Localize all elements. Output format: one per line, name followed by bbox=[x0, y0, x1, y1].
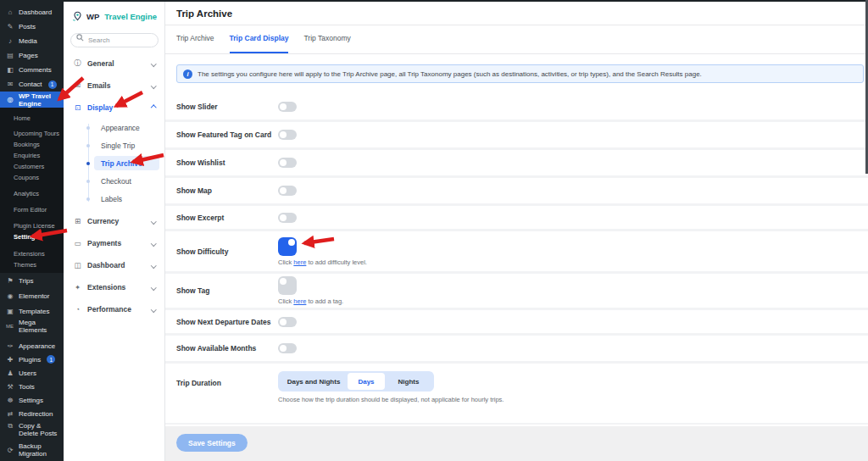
users-icon: ♟ bbox=[6, 369, 14, 377]
display-sub-trip-archive[interactable]: Trip Archive bbox=[64, 154, 164, 172]
wpte-settings-sidebar: WPTravel Engine ⓘ General ✉ Emails ⊡ Dis… bbox=[64, 2, 165, 461]
setting-label: Show Next Departure Dates bbox=[176, 310, 278, 333]
performance-icon: ◔ bbox=[73, 305, 82, 314]
admin-menu-item-backup-migration[interactable]: ⟳ Backup Migration bbox=[0, 442, 64, 458]
submenu-item-extensions[interactable]: Extensions bbox=[0, 248, 64, 259]
dashboard-widget-icon: ◫ bbox=[73, 261, 82, 269]
display-sub-checkout[interactable]: Checkout bbox=[64, 172, 164, 190]
setting-label: Show Difficulty bbox=[176, 231, 278, 271]
admin-menu-item-settings[interactable]: ☸ Settings bbox=[0, 393, 64, 407]
toggle-show-tag[interactable] bbox=[278, 276, 297, 295]
toggle-show-available-months[interactable] bbox=[278, 343, 297, 353]
general-icon: ⓘ bbox=[73, 58, 82, 69]
bullet-dot-active bbox=[86, 162, 90, 165]
admin-menu-item-mega-elements[interactable]: ME Mega Elements bbox=[0, 319, 64, 334]
admin-menu-item-wp-travel-engine[interactable]: ◎ WP Travel Engine bbox=[0, 92, 64, 108]
admin-menu-item-contact[interactable]: ✉ Contact 1 bbox=[0, 77, 64, 92]
toggle-show-featured-tag[interactable] bbox=[278, 130, 297, 140]
submenu-item-upcoming-tours[interactable]: Upcoming Tours bbox=[0, 128, 64, 139]
admin-menu-item-redirection[interactable]: ⇄ Redirection bbox=[0, 407, 64, 420]
add-difficulty-link[interactable]: here bbox=[293, 258, 306, 266]
toggle-show-excerpt[interactable] bbox=[278, 213, 297, 223]
option-nights[interactable]: Nights bbox=[385, 373, 432, 390]
setting-row-show-featured-tag: Show Featured Tag on Card bbox=[165, 122, 868, 150]
submenu-item-bookings[interactable]: Bookings bbox=[0, 139, 64, 150]
admin-menu-item-trips[interactable]: ⚑ Trips bbox=[0, 273, 64, 288]
toggle-show-map[interactable] bbox=[278, 186, 297, 196]
display-sub-labels[interactable]: Labels bbox=[64, 190, 164, 208]
search-icon bbox=[76, 34, 84, 42]
trip-duration-segmented-control: Days and Nights Days Nights bbox=[278, 371, 434, 392]
settings-nav-general[interactable]: ⓘ General bbox=[64, 53, 164, 75]
submenu-item-form-editor[interactable]: Form Editor bbox=[0, 204, 64, 215]
settings-nav-emails[interactable]: ✉ Emails bbox=[64, 75, 164, 97]
admin-menu-item-elementor[interactable]: ◉ Elementor bbox=[0, 288, 64, 303]
submenu-item-themes[interactable]: Themes bbox=[0, 259, 64, 270]
submenu-item-analytics[interactable]: Analytics bbox=[0, 188, 64, 199]
display-sub-appearance[interactable]: Appearance bbox=[64, 119, 164, 136]
settings-nav-payments[interactable]: ▭ Payments bbox=[64, 232, 164, 254]
setting-label: Trip Duration bbox=[176, 364, 278, 423]
settings-nav-display[interactable]: ⊡ Display bbox=[64, 97, 164, 119]
menu-label: Comments bbox=[19, 66, 52, 74]
toggle-show-slider[interactable] bbox=[278, 102, 297, 112]
chevron-down-icon bbox=[151, 307, 156, 312]
tab-trip-taxonomy[interactable]: Trip Taxonomy bbox=[303, 25, 350, 53]
menu-label: Posts bbox=[19, 23, 36, 31]
settings-nav-performance[interactable]: ◔ Performance bbox=[64, 298, 164, 320]
option-days[interactable]: Days bbox=[348, 373, 385, 390]
admin-menu-item-dashboard[interactable]: ⌂ Dashboard bbox=[0, 5, 64, 19]
tab-trip-archive[interactable]: Trip Archive bbox=[176, 25, 214, 53]
wp-travel-engine-icon: ◎ bbox=[6, 96, 14, 103]
option-days-and-nights[interactable]: Days and Nights bbox=[280, 373, 348, 390]
setting-row-show-available-months: Show Available Months bbox=[165, 336, 868, 364]
admin-menu-item-posts[interactable]: ✎ Posts bbox=[0, 19, 64, 34]
admin-menu-item-pages[interactable]: ▤ Pages bbox=[0, 48, 64, 63]
display-icon: ⊡ bbox=[73, 103, 82, 112]
submenu-item-enquiries[interactable]: Enquiries bbox=[0, 150, 64, 161]
admin-menu-item-media[interactable]: ♪ Media bbox=[0, 34, 64, 48]
media-icon: ♪ bbox=[6, 37, 14, 45]
admin-menu-item-users[interactable]: ♟ Users bbox=[0, 366, 64, 380]
comments-icon: ◧ bbox=[6, 66, 14, 74]
trips-icon: ⚑ bbox=[6, 277, 14, 285]
tab-trip-card-display[interactable]: Trip Card Display bbox=[230, 25, 289, 53]
add-tag-link[interactable]: here bbox=[293, 297, 306, 305]
admin-menu-item-appearance[interactable]: ✑ Appearance bbox=[0, 339, 64, 353]
trip-duration-help-text: Choose how the trip duration should be d… bbox=[278, 396, 504, 403]
submenu-item-coupons[interactable]: Coupons bbox=[0, 172, 64, 183]
menu-label: Contact bbox=[19, 81, 42, 88]
toggle-show-difficulty[interactable] bbox=[278, 237, 297, 256]
wp-travel-engine-submenu: Home Upcoming Tours Bookings Enquiries C… bbox=[0, 108, 64, 273]
toggle-show-wishlist[interactable] bbox=[278, 158, 297, 168]
admin-menu-item-plugins[interactable]: ✚ Plugins 1 bbox=[0, 353, 64, 366]
info-icon: i bbox=[183, 69, 192, 79]
save-settings-button[interactable]: Save Settings bbox=[176, 434, 248, 452]
bullet-dot bbox=[86, 126, 90, 130]
submenu-item-settings[interactable]: Settings bbox=[0, 231, 64, 242]
settings-nav-dashboard[interactable]: ◫ Dashboard bbox=[64, 254, 164, 276]
chevron-down-icon bbox=[151, 263, 156, 268]
admin-menu-item-templates[interactable]: ▣ Templates bbox=[0, 303, 64, 319]
footer-bar: Save Settings bbox=[165, 426, 868, 461]
plugins-icon: ✚ bbox=[6, 356, 14, 364]
display-sub-single-trip[interactable]: Single Trip bbox=[64, 136, 164, 154]
toggle-show-next-departure-dates[interactable] bbox=[278, 317, 297, 327]
appearance-icon: ✑ bbox=[6, 342, 14, 350]
submenu-item-plugin-license[interactable]: Plugin License bbox=[0, 220, 64, 231]
settings-nav-currency[interactable]: ⊞ Currency bbox=[64, 210, 164, 232]
chevron-down-icon bbox=[151, 83, 156, 88]
brand-wp-text: WP bbox=[86, 12, 99, 21]
admin-menu-item-copy-delete-posts[interactable]: ⧉ Copy & Delete Posts bbox=[0, 420, 64, 442]
redirection-icon: ⇄ bbox=[6, 410, 14, 418]
settings-nav-extensions[interactable]: ✦ Extensions bbox=[64, 276, 164, 298]
submenu-item-customers[interactable]: Customers bbox=[0, 161, 64, 172]
chevron-down-icon bbox=[151, 241, 156, 246]
submenu-item-home[interactable]: Home bbox=[0, 113, 64, 124]
emails-icon: ✉ bbox=[73, 81, 82, 90]
admin-menu-item-comments[interactable]: ◧ Comments bbox=[0, 63, 64, 77]
admin-menu-item-tools[interactable]: ⚒ Tools bbox=[0, 380, 64, 393]
setting-row-show-wishlist: Show Wishlist bbox=[165, 150, 868, 178]
brand-travel-engine-text: Travel Engine bbox=[104, 12, 157, 21]
bullet-dot bbox=[86, 197, 90, 201]
